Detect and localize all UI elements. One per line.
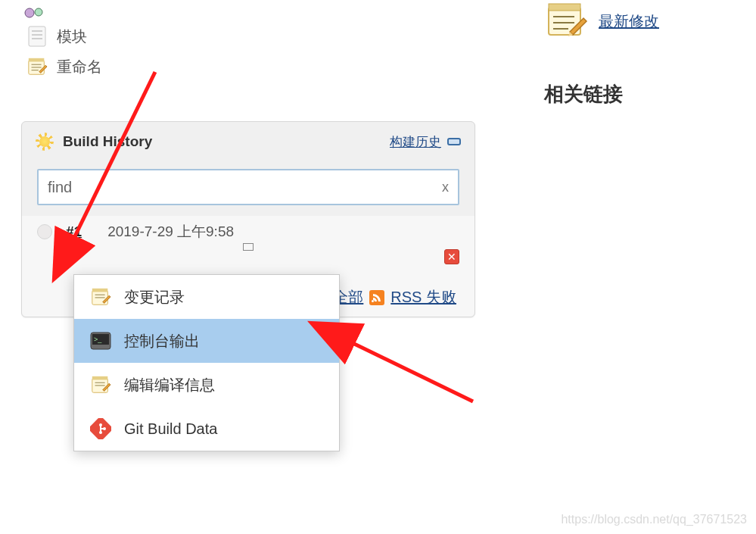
sidebar-item-rename[interactable]: 重命名 bbox=[26, 52, 102, 82]
panel-title: Build History bbox=[63, 133, 152, 150]
clear-icon[interactable]: x bbox=[442, 180, 449, 195]
sidebar-item-label: 重命名 bbox=[57, 57, 102, 77]
dropdown-caret[interactable] bbox=[22, 243, 474, 254]
menu-item-label: 控制台输出 bbox=[124, 331, 200, 351]
svg-rect-30 bbox=[549, 4, 580, 11]
search-input[interactable] bbox=[48, 179, 442, 196]
menu-item-label: Git Build Data bbox=[124, 420, 217, 438]
right-column: 最新修改 相关链接 bbox=[544, 0, 659, 108]
collapse-icon[interactable] bbox=[447, 138, 461, 145]
svg-rect-2 bbox=[29, 27, 45, 46]
chevron-down-icon bbox=[243, 243, 254, 251]
svg-text:>_: >_ bbox=[94, 336, 102, 343]
panel-header: Build History 构建历史 bbox=[22, 122, 474, 161]
search-box: x bbox=[37, 169, 459, 205]
gears-icon bbox=[22, 6, 48, 20]
notepad-large-icon bbox=[544, 0, 588, 43]
svg-rect-13 bbox=[92, 289, 108, 292]
menu-item-changes[interactable]: 变更记录 bbox=[74, 275, 339, 319]
terminal-icon: >_ bbox=[89, 329, 112, 352]
rss-fail-link[interactable]: RSS 失败 bbox=[390, 287, 456, 308]
context-menu: 变更记录 >_ 控制台输出 编辑编译信息 bbox=[73, 274, 340, 451]
menu-item-label: 变更记录 bbox=[124, 287, 185, 308]
menu-item-console[interactable]: >_ 控制台输出 bbox=[74, 319, 339, 363]
notepad-icon bbox=[89, 373, 112, 396]
sidebar: 模块 重命名 bbox=[26, 0, 102, 82]
rss-icon bbox=[369, 290, 384, 305]
build-timestamp: 2019-7-29 上午9:58 bbox=[107, 222, 234, 242]
document-icon bbox=[26, 26, 48, 47]
notepad-icon bbox=[89, 286, 112, 308]
git-icon bbox=[89, 417, 112, 440]
menu-item-edit-build[interactable]: 编辑编译信息 bbox=[74, 363, 339, 407]
svg-rect-7 bbox=[29, 58, 45, 62]
sidebar-item-label: 模块 bbox=[57, 27, 87, 47]
notepad-icon bbox=[26, 56, 48, 77]
status-ball-icon bbox=[37, 224, 52, 239]
menu-item-label: 编辑编译信息 bbox=[124, 375, 215, 395]
svg-point-1 bbox=[35, 8, 42, 16]
build-row[interactable]: #1 2019-7-29 上午9:58 ✕ bbox=[22, 216, 474, 243]
recent-changes-row: 最新修改 bbox=[544, 0, 659, 43]
svg-rect-21 bbox=[92, 376, 108, 380]
trend-link[interactable]: 构建历史 bbox=[390, 133, 441, 151]
svg-point-0 bbox=[25, 8, 34, 17]
sun-icon bbox=[36, 133, 54, 151]
sidebar-item-modules[interactable]: 模块 bbox=[26, 21, 102, 52]
related-links-heading: 相关链接 bbox=[544, 81, 659, 108]
recent-changes-link[interactable]: 最新修改 bbox=[599, 11, 659, 32]
menu-item-git-build[interactable]: Git Build Data bbox=[74, 407, 339, 451]
arrow-annotation bbox=[348, 341, 473, 401]
watermark: https://blog.csdn.net/qq_37671523 bbox=[561, 513, 747, 526]
build-id-link[interactable]: #1 bbox=[66, 223, 82, 240]
close-icon[interactable]: ✕ bbox=[444, 249, 459, 264]
